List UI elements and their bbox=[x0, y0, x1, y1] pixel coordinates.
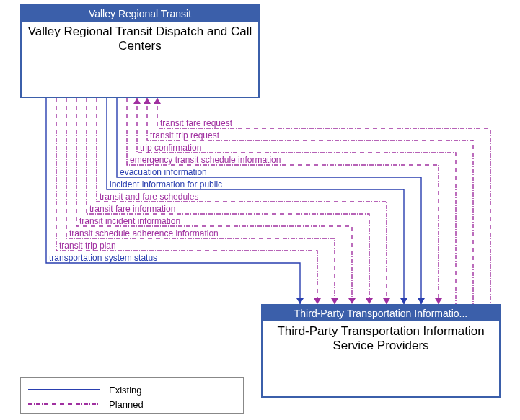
legend-label-existing: Existing bbox=[109, 385, 142, 396]
node-header: Third-Party Transportation Informatio... bbox=[263, 305, 499, 321]
svg-marker-2 bbox=[133, 98, 141, 104]
legend-line-existing bbox=[28, 389, 100, 390]
svg-marker-6 bbox=[383, 298, 390, 304]
svg-marker-8 bbox=[348, 298, 356, 304]
flow-label: evacuation information bbox=[120, 168, 207, 177]
flow-label: emergency transit schedule information bbox=[130, 156, 281, 164]
svg-marker-0 bbox=[154, 98, 161, 104]
flow-label: transit fare information bbox=[89, 205, 175, 213]
flow-label: incident information for public bbox=[110, 180, 222, 189]
svg-marker-5 bbox=[400, 298, 407, 304]
svg-marker-4 bbox=[418, 298, 425, 304]
node-valley-regional-transit[interactable]: Valley Regional Transit Valley Regional … bbox=[20, 4, 260, 98]
flow-label: transit incident information bbox=[79, 217, 180, 225]
flow-label: trip confirmation bbox=[140, 143, 201, 152]
svg-marker-1 bbox=[144, 98, 151, 104]
legend-line-planned bbox=[28, 403, 100, 405]
node-third-party-providers[interactable]: Third-Party Transportation Informatio...… bbox=[261, 304, 501, 398]
flow-label: transit schedule adherence information bbox=[69, 229, 219, 238]
legend-label-planned: Planned bbox=[109, 399, 144, 410]
legend-row-planned: Planned bbox=[28, 397, 236, 411]
svg-marker-11 bbox=[296, 298, 304, 304]
flow-label: transit trip request bbox=[150, 131, 219, 140]
flow-label: transit fare request bbox=[160, 119, 232, 128]
flow-label: transit and fare schedules bbox=[100, 192, 198, 201]
flow-line bbox=[157, 98, 490, 304]
svg-marker-7 bbox=[366, 298, 373, 304]
flow-label: transportation system status bbox=[49, 254, 157, 262]
svg-marker-10 bbox=[314, 298, 321, 304]
legend: Existing Planned bbox=[20, 377, 244, 414]
legend-row-existing: Existing bbox=[28, 383, 236, 397]
svg-marker-9 bbox=[331, 298, 338, 304]
svg-marker-3 bbox=[435, 298, 442, 304]
flow-label: transit trip plan bbox=[59, 241, 116, 250]
node-body: Valley Regional Transit Dispatch and Cal… bbox=[22, 22, 258, 55]
node-body: Third-Party Transportation Information S… bbox=[263, 321, 499, 355]
node-header: Valley Regional Transit bbox=[22, 6, 258, 22]
